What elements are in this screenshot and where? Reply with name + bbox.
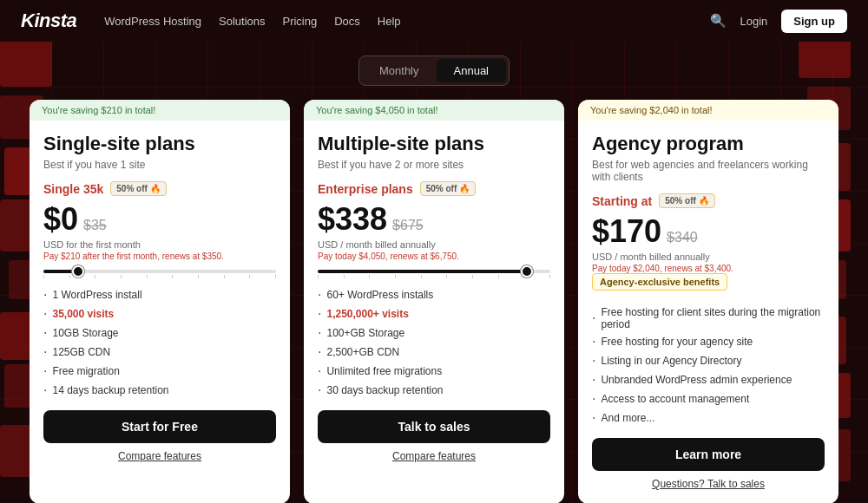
feature-item: 100+GB Storage <box>318 323 550 343</box>
compare-link-0[interactable]: Compare features <box>43 450 276 462</box>
compare-link-1[interactable]: Compare features <box>318 450 550 462</box>
plan-label-row: Starting at 50% off 🔥 <box>592 193 825 208</box>
navigation: Kinsta WordPress Hosting Solutions Prici… <box>0 0 868 42</box>
billing-toggle: Monthly Annual <box>17 56 851 86</box>
nav-pricing[interactable]: Pricing <box>282 15 317 28</box>
feature-item: Free hosting for client sites during the… <box>592 304 825 332</box>
card-title: Agency program <box>592 133 825 155</box>
fire-icon: 🔥 <box>459 184 470 193</box>
nav-help[interactable]: Help <box>378 15 401 28</box>
card-title: Single-site plans <box>43 133 276 155</box>
price-period: USD for the first month <box>43 239 276 250</box>
agency-benefits-badge: Agency-exclusive benefits <box>592 273 727 291</box>
price-main: $0 <box>43 201 78 238</box>
toggle-group: Monthly Annual <box>358 56 510 86</box>
features-list: Free hosting for client sites during the… <box>592 304 825 428</box>
fire-icon: 🔥 <box>150 184 161 193</box>
card-title: Multiple-site plans <box>318 133 550 155</box>
price-note: Pay today $4,050, renews at $6,750. <box>318 252 550 261</box>
card-subtitle: Best if you have 2 or more sites <box>318 159 550 171</box>
feature-item: 30 days backup retention <box>318 381 550 400</box>
features-list: 1 WordPress install35,000 visits10GB Sto… <box>43 285 276 400</box>
price-note: Pay today $2,040, renews at $3,400. <box>592 264 825 273</box>
plan-label-row: Enterprise plans 50% off 🔥 <box>318 181 550 196</box>
feature-item: 1,250,000+ visits <box>318 304 550 323</box>
feature-item: 1 WordPress install <box>43 285 276 304</box>
saving-banner: You're saving $2,040 in total! <box>578 100 838 121</box>
card-subtitle: Best for web agencies and freelancers wo… <box>592 159 825 183</box>
saving-banner: You're saving $210 in total! <box>30 100 290 121</box>
plan-label: Starting at <box>592 194 652 208</box>
annual-toggle[interactable]: Annual <box>437 59 506 82</box>
logo: Kinsta <box>21 10 76 32</box>
feature-item: Free hosting for your agency site <box>592 332 825 351</box>
price-old: $675 <box>392 218 424 233</box>
discount-badge: 50% off 🔥 <box>110 181 167 196</box>
price-row: $0 $35 <box>43 201 276 238</box>
monthly-toggle[interactable]: Monthly <box>362 59 437 82</box>
plan-label-row: Single 35k 50% off 🔥 <box>43 181 276 196</box>
features-list: 60+ WordPress installs1,250,000+ visits1… <box>318 285 550 400</box>
nav-wordpress-hosting[interactable]: WordPress Hosting <box>104 15 201 28</box>
nav-solutions[interactable]: Solutions <box>219 15 265 28</box>
price-row: $338 $675 <box>318 201 550 238</box>
card-subtitle: Best if you have 1 site <box>43 159 276 171</box>
feature-item: 60+ WordPress installs <box>318 285 550 304</box>
price-row: $170 $340 <box>592 213 825 250</box>
price-period: USD / month billed annually <box>318 239 550 250</box>
nav-right: 🔍 Login Sign up <box>710 10 847 33</box>
plan-label: Enterprise plans <box>318 182 413 196</box>
price-old: $340 <box>667 230 698 245</box>
feature-item: Free migration <box>43 362 276 381</box>
feature-item: And more... <box>592 408 825 428</box>
feature-item: Access to account management <box>592 389 825 408</box>
nav-docs[interactable]: Docs <box>334 15 360 28</box>
price-main: $170 <box>592 213 661 250</box>
feature-item: Unlimited free migrations <box>318 362 550 381</box>
cta-button-2[interactable]: Learn more <box>592 438 825 471</box>
pricing-card-2: You're saving $2,040 in total! Agency pr… <box>578 100 838 503</box>
feature-item: 35,000 visits <box>43 304 276 323</box>
discount-badge: 50% off 🔥 <box>659 193 715 208</box>
feature-item: 2,500+GB CDN <box>318 343 550 362</box>
feature-item: 10GB Storage <box>43 323 276 343</box>
compare-link-2[interactable]: Questions? Talk to sales <box>592 478 825 490</box>
price-period: USD / month billed annually <box>592 252 825 262</box>
card-body: Multiple-site plans Best if you have 2 o… <box>304 121 564 476</box>
main-content: Monthly Annual You're saving $210 in tot… <box>0 42 868 503</box>
feature-item: 14 days backup retention <box>43 381 276 400</box>
price-old: $35 <box>83 218 107 233</box>
pricing-cards: You're saving $210 in total! Single-site… <box>17 100 851 503</box>
plan-slider[interactable] <box>318 270 550 278</box>
pricing-card-1: You're saving $4,050 in total! Multiple-… <box>304 100 564 503</box>
price-main: $338 <box>318 201 387 238</box>
plan-label: Single 35k <box>43 182 103 196</box>
feature-item: Listing in our Agency Directory <box>592 351 825 370</box>
feature-item: Unbranded WordPress admin experience <box>592 370 825 389</box>
login-link[interactable]: Login <box>740 15 768 28</box>
discount-badge: 50% off 🔥 <box>420 181 477 196</box>
card-body: Agency program Best for web agencies and… <box>578 121 838 503</box>
pricing-card-0: You're saving $210 in total! Single-site… <box>30 100 290 503</box>
saving-banner: You're saving $4,050 in total! <box>304 100 564 121</box>
plan-slider[interactable] <box>43 270 276 278</box>
cta-button-1[interactable]: Talk to sales <box>318 410 550 443</box>
feature-item: 125GB CDN <box>43 343 276 362</box>
price-note: Pay $210 after the first month, renews a… <box>43 252 276 261</box>
search-icon[interactable]: 🔍 <box>710 13 727 29</box>
card-body: Single-site plans Best if you have 1 sit… <box>30 121 290 476</box>
cta-button-0[interactable]: Start for Free <box>43 410 276 443</box>
nav-links: WordPress Hosting Solutions Pricing Docs… <box>104 15 400 28</box>
signup-button[interactable]: Sign up <box>781 10 847 33</box>
fire-icon: 🔥 <box>699 196 709 206</box>
